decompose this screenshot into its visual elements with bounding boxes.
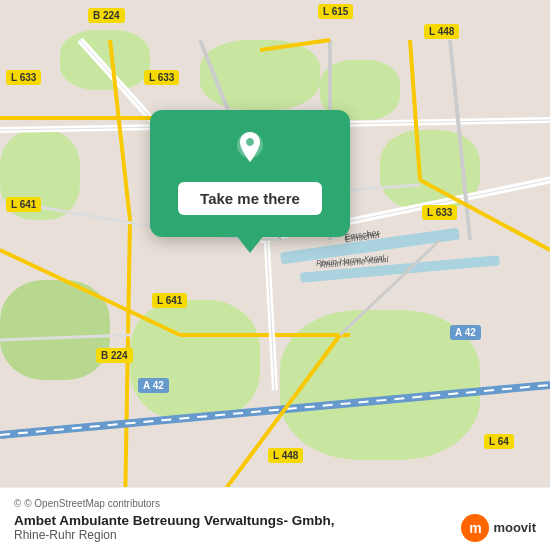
moovit-text: moovit: [493, 520, 536, 535]
svg-line-17: [410, 40, 420, 180]
road-badge-l615: L 615: [318, 4, 353, 19]
road-badge-l633-mid: L 633: [144, 70, 179, 85]
svg-line-26: [350, 185, 420, 190]
road-badge-l633-left: L 633: [6, 70, 41, 85]
road-badge-l633-right: L 633: [422, 205, 457, 220]
road-badge-b224-bot: B 224: [96, 348, 133, 363]
svg-line-25: [0, 335, 130, 340]
road-badge-l448-bot: L 448: [268, 448, 303, 463]
bottom-bar: © © OpenStreetMap contributors Ambet Amb…: [0, 487, 550, 550]
pin-icon: [228, 128, 272, 172]
copyright-symbol: ©: [14, 498, 21, 509]
svg-line-20: [340, 240, 440, 335]
road-badge-l641-mid: L 641: [152, 293, 187, 308]
attribution-text: © OpenStreetMap contributors: [24, 498, 160, 509]
road-badge-a42-right: A 42: [450, 325, 481, 340]
road-badge-l64: L 64: [484, 434, 514, 449]
road-badge-l448-top: L 448: [424, 24, 459, 39]
attribution: © © OpenStreetMap contributors: [14, 498, 536, 509]
map-container: Emscher Rhein-Herne-Kanal B 224 L 615 L …: [0, 0, 550, 550]
road-badge-l641-left: L 641: [6, 197, 41, 212]
moovit-icon: m: [461, 514, 489, 542]
place-region: Rhine-Ruhr Region: [14, 528, 335, 542]
popup-card: Take me there: [150, 110, 350, 237]
place-text: Ambet Ambulante Betreuung Verwaltungs- G…: [14, 513, 335, 542]
svg-line-11: [125, 220, 130, 510]
place-info: Ambet Ambulante Betreuung Verwaltungs- G…: [14, 513, 536, 542]
moovit-logo: m moovit: [461, 514, 536, 542]
svg-line-27: [260, 40, 330, 50]
road-badge-a42-left: A 42: [138, 378, 169, 393]
roads-layer: [0, 0, 550, 550]
place-name: Ambet Ambulante Betreuung Verwaltungs- G…: [14, 513, 335, 528]
road-badge-b224-top: B 224: [88, 8, 125, 23]
take-me-there-button[interactable]: Take me there: [178, 182, 322, 215]
